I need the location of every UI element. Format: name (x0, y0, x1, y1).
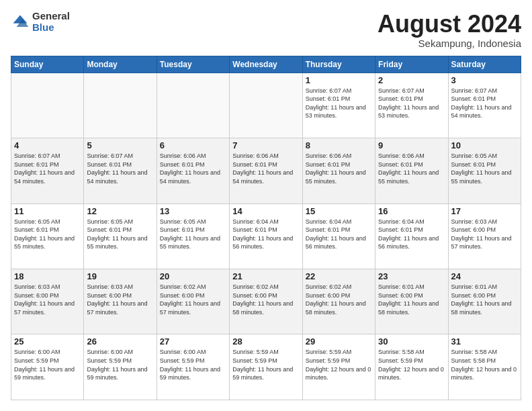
cell-info: Sunrise: 6:02 AM Sunset: 6:00 PM Dayligh… (232, 283, 299, 316)
month-year-title: August 2024 (378, 11, 521, 38)
calendar-header-row: Sunday Monday Tuesday Wednesday Thursday… (11, 56, 521, 73)
cell-info: Sunrise: 6:05 AM Sunset: 6:01 PM Dayligh… (87, 218, 153, 251)
header: General Blue August 2024 Sekampung, Indo… (11, 11, 521, 49)
header-wednesday: Wednesday (230, 56, 302, 73)
calendar-table: Sunday Monday Tuesday Wednesday Thursday… (11, 56, 521, 400)
table-row: 12Sunrise: 6:05 AM Sunset: 6:01 PM Dayli… (84, 203, 157, 269)
cell-info: Sunrise: 6:04 AM Sunset: 6:01 PM Dayligh… (306, 218, 372, 251)
calendar-week-row: 18Sunrise: 6:03 AM Sunset: 6:00 PM Dayli… (11, 269, 521, 334)
day-number: 13 (160, 206, 226, 216)
day-number: 5 (87, 140, 153, 150)
cell-info: Sunrise: 6:07 AM Sunset: 6:01 PM Dayligh… (378, 87, 445, 120)
table-row: 23Sunrise: 6:01 AM Sunset: 6:00 PM Dayli… (375, 269, 448, 334)
logo-blue-label: Blue (32, 22, 70, 34)
cell-info: Sunrise: 6:02 AM Sunset: 6:00 PM Dayligh… (160, 283, 226, 316)
table-row: 31Sunrise: 5:58 AM Sunset: 5:58 PM Dayli… (448, 334, 521, 400)
day-number: 9 (378, 140, 445, 150)
cell-info: Sunrise: 6:01 AM Sunset: 6:00 PM Dayligh… (451, 283, 518, 316)
cell-info: Sunrise: 6:06 AM Sunset: 6:01 PM Dayligh… (232, 152, 299, 185)
day-number: 14 (232, 206, 299, 216)
table-row: 7Sunrise: 6:06 AM Sunset: 6:01 PM Daylig… (230, 138, 302, 203)
logo-text: General Blue (32, 11, 70, 33)
cell-info: Sunrise: 6:05 AM Sunset: 6:01 PM Dayligh… (14, 218, 81, 251)
logo-icon (11, 13, 30, 32)
day-number: 24 (451, 271, 518, 281)
day-number: 27 (160, 336, 226, 347)
header-monday: Monday (84, 56, 157, 73)
day-number: 20 (160, 271, 226, 281)
day-number: 28 (232, 336, 299, 347)
table-row: 28Sunrise: 5:59 AM Sunset: 5:59 PM Dayli… (230, 334, 302, 400)
day-number: 21 (232, 271, 299, 281)
cell-info: Sunrise: 6:01 AM Sunset: 6:00 PM Dayligh… (378, 283, 445, 316)
cell-info: Sunrise: 6:02 AM Sunset: 6:00 PM Dayligh… (306, 283, 372, 316)
cell-info: Sunrise: 6:05 AM Sunset: 6:01 PM Dayligh… (160, 218, 226, 251)
table-row (157, 73, 229, 138)
cell-info: Sunrise: 6:06 AM Sunset: 6:01 PM Dayligh… (306, 152, 372, 185)
day-number: 18 (14, 271, 81, 281)
day-number: 1 (306, 75, 372, 85)
table-row: 6Sunrise: 6:06 AM Sunset: 6:01 PM Daylig… (157, 138, 229, 203)
calendar-week-row: 1Sunrise: 6:07 AM Sunset: 6:01 PM Daylig… (11, 73, 521, 138)
table-row: 27Sunrise: 6:00 AM Sunset: 5:59 PM Dayli… (157, 334, 229, 400)
day-number: 19 (87, 271, 153, 281)
day-number: 17 (451, 206, 518, 216)
cell-info: Sunrise: 6:06 AM Sunset: 6:01 PM Dayligh… (160, 152, 226, 185)
table-row (84, 73, 157, 138)
header-thursday: Thursday (302, 56, 375, 73)
table-row: 9Sunrise: 6:06 AM Sunset: 6:01 PM Daylig… (375, 138, 448, 203)
day-number: 12 (87, 206, 153, 216)
table-row: 25Sunrise: 6:00 AM Sunset: 5:59 PM Dayli… (11, 334, 84, 400)
cell-info: Sunrise: 6:03 AM Sunset: 6:00 PM Dayligh… (87, 283, 153, 316)
logo-general-label: General (32, 11, 70, 22)
logo: General Blue (11, 11, 70, 33)
table-row: 17Sunrise: 6:03 AM Sunset: 6:00 PM Dayli… (448, 203, 521, 269)
cell-info: Sunrise: 6:07 AM Sunset: 6:01 PM Dayligh… (451, 87, 518, 120)
cell-info: Sunrise: 6:07 AM Sunset: 6:01 PM Dayligh… (14, 152, 81, 185)
table-row: 26Sunrise: 6:00 AM Sunset: 5:59 PM Dayli… (84, 334, 157, 400)
title-block: August 2024 Sekampung, Indonesia (378, 11, 521, 49)
table-row: 21Sunrise: 6:02 AM Sunset: 6:00 PM Dayli… (230, 269, 302, 334)
table-row: 2Sunrise: 6:07 AM Sunset: 6:01 PM Daylig… (375, 73, 448, 138)
cell-info: Sunrise: 6:06 AM Sunset: 6:01 PM Dayligh… (378, 152, 445, 185)
table-row: 30Sunrise: 5:58 AM Sunset: 5:59 PM Dayli… (375, 334, 448, 400)
day-number: 25 (14, 336, 81, 347)
header-sunday: Sunday (11, 56, 84, 73)
header-saturday: Saturday (448, 56, 521, 73)
table-row: 22Sunrise: 6:02 AM Sunset: 6:00 PM Dayli… (302, 269, 375, 334)
cell-info: Sunrise: 5:58 AM Sunset: 5:58 PM Dayligh… (451, 348, 518, 381)
table-row: 19Sunrise: 6:03 AM Sunset: 6:00 PM Dayli… (84, 269, 157, 334)
cell-info: Sunrise: 5:59 AM Sunset: 5:59 PM Dayligh… (232, 348, 299, 381)
cell-info: Sunrise: 6:00 AM Sunset: 5:59 PM Dayligh… (87, 348, 153, 381)
table-row: 18Sunrise: 6:03 AM Sunset: 6:00 PM Dayli… (11, 269, 84, 334)
day-number: 7 (232, 140, 299, 150)
table-row: 13Sunrise: 6:05 AM Sunset: 6:01 PM Dayli… (157, 203, 229, 269)
cell-info: Sunrise: 6:00 AM Sunset: 5:59 PM Dayligh… (14, 348, 81, 381)
cell-info: Sunrise: 5:59 AM Sunset: 5:59 PM Dayligh… (306, 348, 372, 381)
table-row: 11Sunrise: 6:05 AM Sunset: 6:01 PM Dayli… (11, 203, 84, 269)
table-row: 14Sunrise: 6:04 AM Sunset: 6:01 PM Dayli… (230, 203, 302, 269)
table-row: 10Sunrise: 6:05 AM Sunset: 6:01 PM Dayli… (448, 138, 521, 203)
cell-info: Sunrise: 6:07 AM Sunset: 6:01 PM Dayligh… (306, 87, 372, 120)
cell-info: Sunrise: 6:07 AM Sunset: 6:01 PM Dayligh… (87, 152, 153, 185)
cell-info: Sunrise: 6:03 AM Sunset: 6:00 PM Dayligh… (451, 218, 518, 251)
day-number: 26 (87, 336, 153, 347)
cell-info: Sunrise: 6:04 AM Sunset: 6:01 PM Dayligh… (378, 218, 445, 251)
table-row (11, 73, 84, 138)
table-row (230, 73, 302, 138)
table-row: 1Sunrise: 6:07 AM Sunset: 6:01 PM Daylig… (302, 73, 375, 138)
day-number: 15 (306, 206, 372, 216)
table-row: 29Sunrise: 5:59 AM Sunset: 5:59 PM Dayli… (302, 334, 375, 400)
calendar-week-row: 4Sunrise: 6:07 AM Sunset: 6:01 PM Daylig… (11, 138, 521, 203)
day-number: 22 (306, 271, 372, 281)
day-number: 11 (14, 206, 81, 216)
table-row: 5Sunrise: 6:07 AM Sunset: 6:01 PM Daylig… (84, 138, 157, 203)
day-number: 8 (306, 140, 372, 150)
table-row: 4Sunrise: 6:07 AM Sunset: 6:01 PM Daylig… (11, 138, 84, 203)
table-row: 20Sunrise: 6:02 AM Sunset: 6:00 PM Dayli… (157, 269, 229, 334)
day-number: 31 (451, 336, 518, 347)
cell-info: Sunrise: 6:05 AM Sunset: 6:01 PM Dayligh… (451, 152, 518, 185)
calendar-week-row: 11Sunrise: 6:05 AM Sunset: 6:01 PM Dayli… (11, 203, 521, 269)
table-row: 16Sunrise: 6:04 AM Sunset: 6:01 PM Dayli… (375, 203, 448, 269)
day-number: 10 (451, 140, 518, 150)
